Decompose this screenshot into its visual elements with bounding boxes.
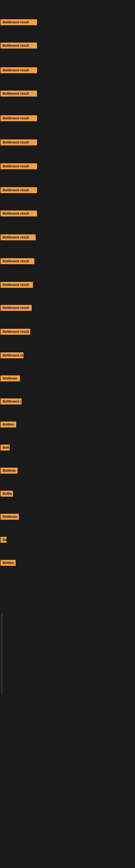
- bottleneck-bar-1[interactable]: Bottleneck result: [1, 42, 37, 49]
- bar-row-22: Bo: [1, 536, 6, 543]
- bar-row-12: Bottleneck result: [1, 304, 32, 311]
- bar-row-21: Bottlenec: [1, 513, 19, 520]
- bottleneck-bar-8[interactable]: Bottleneck result: [1, 211, 37, 216]
- bar-row-14: Bottleneck re: [1, 352, 24, 359]
- vertical-line: [2, 614, 2, 695]
- bar-row-10: Bottleneck result: [1, 258, 34, 265]
- bar-row-19: Bottlene: [1, 467, 17, 474]
- bar-row-11: Bottleneck result: [1, 281, 33, 288]
- bar-row-4: Bottleneck result: [1, 115, 37, 122]
- bar-row-23: Bottlen: [1, 559, 16, 566]
- bar-row-5: Bottleneck result: [1, 139, 37, 146]
- bottleneck-bar-12[interactable]: Bottleneck result: [1, 305, 32, 311]
- chart-area: Bottleneck resultBottleneck resultBottle…: [0, 0, 135, 868]
- bar-row-15: Bottlenec: [1, 375, 20, 382]
- bottleneck-bar-17[interactable]: Bottlen: [1, 422, 16, 428]
- bottleneck-bar-5[interactable]: Bottleneck result: [1, 140, 37, 145]
- bottleneck-bar-0[interactable]: Bottleneck result: [1, 19, 37, 25]
- bar-row-9: Bottleneck result: [1, 234, 36, 241]
- bottleneck-bar-4[interactable]: Bottleneck result: [1, 115, 37, 121]
- bar-row-2: Bottleneck result: [1, 67, 37, 74]
- bar-row-8: Bottleneck result: [1, 210, 37, 217]
- bottleneck-bar-13[interactable]: Bottleneck result: [1, 329, 30, 335]
- bottleneck-bar-3[interactable]: Bottleneck result: [1, 91, 37, 97]
- site-title: [0, 0, 135, 3]
- bottleneck-bar-22[interactable]: Bo: [1, 537, 6, 543]
- bottleneck-bar-21[interactable]: Bottlenec: [1, 514, 19, 520]
- bars-container: Bottleneck resultBottleneck resultBottle…: [0, 3, 135, 586]
- bar-row-3: Bottleneck result: [1, 90, 37, 97]
- bar-row-18: Bott: [1, 444, 10, 451]
- bar-row-6: Bottleneck result: [1, 163, 37, 170]
- bottleneck-bar-16[interactable]: Bottleneck r: [1, 399, 21, 404]
- empty-area: [0, 586, 135, 868]
- bottleneck-bar-20[interactable]: Bottle: [1, 491, 13, 497]
- bottleneck-bar-19[interactable]: Bottlene: [1, 468, 17, 474]
- bottleneck-bar-9[interactable]: Bottleneck result: [1, 235, 36, 240]
- bottleneck-bar-6[interactable]: Bottleneck result: [1, 163, 37, 169]
- bottleneck-bar-18[interactable]: Bott: [1, 444, 10, 451]
- bottleneck-bar-10[interactable]: Bottleneck result: [1, 258, 34, 264]
- bar-row-16: Bottleneck r: [1, 398, 21, 405]
- bottleneck-bar-2[interactable]: Bottleneck result: [1, 67, 37, 73]
- bottleneck-bar-11[interactable]: Bottleneck result: [1, 282, 33, 288]
- bottleneck-bar-7[interactable]: Bottleneck result: [1, 187, 37, 193]
- bottleneck-bar-14[interactable]: Bottleneck re: [1, 352, 24, 358]
- bar-row-20: Bottle: [1, 490, 13, 497]
- bar-row-17: Bottlen: [1, 421, 16, 428]
- bar-row-7: Bottleneck result: [1, 187, 37, 194]
- bar-row-0: Bottleneck result: [1, 19, 37, 26]
- bottleneck-bar-15[interactable]: Bottlenec: [1, 375, 20, 381]
- bar-row-13: Bottleneck result: [1, 328, 30, 335]
- bar-row-1: Bottleneck result: [1, 42, 37, 49]
- bottleneck-bar-23[interactable]: Bottlen: [1, 560, 16, 566]
